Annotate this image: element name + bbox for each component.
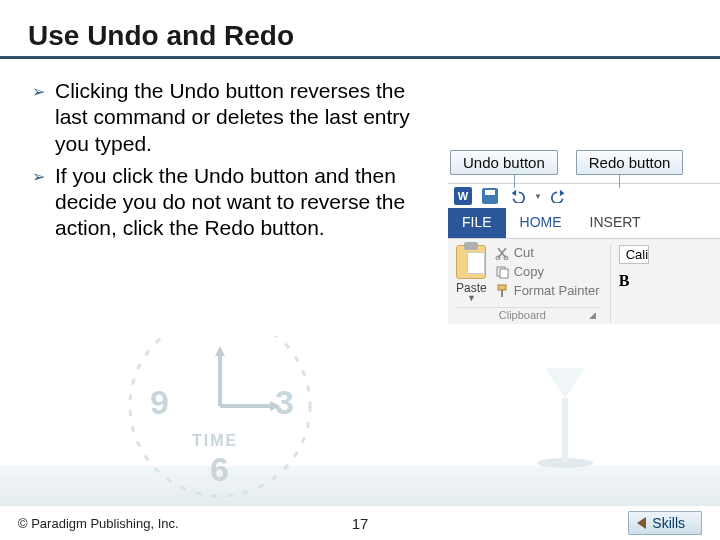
cut-label: Cut xyxy=(514,245,534,260)
lamp-icon xyxy=(530,348,600,468)
svg-marker-10 xyxy=(215,346,225,356)
redo-callout: Redo button xyxy=(576,150,684,175)
group-label-text: Clipboard xyxy=(456,309,589,321)
dialog-launcher-icon[interactable]: ◢ xyxy=(589,310,600,320)
word-app-icon[interactable]: W xyxy=(454,187,472,205)
title-bar: Use Undo and Redo xyxy=(0,12,720,60)
undo-callout: Undo button xyxy=(450,150,558,175)
ribbon-screenshot: Undo button Redo button W ▼ FILE HOME IN… xyxy=(448,150,720,324)
ribbon-tabs: FILE HOME INSERT xyxy=(448,208,720,238)
copy-icon xyxy=(495,265,509,279)
slide-title: Use Undo and Redo xyxy=(0,20,294,52)
background-decoration: 9 3 6 TIME xyxy=(0,336,720,506)
list-item: ➢ If you click the Undo button and then … xyxy=(32,163,442,242)
title-underline xyxy=(0,56,720,59)
save-icon[interactable] xyxy=(482,188,498,204)
skills-button[interactable]: Skills xyxy=(628,511,702,535)
bullet-arrow-icon: ➢ xyxy=(32,167,45,242)
ribbon-body: Paste ▼ Cut Copy xyxy=(448,238,720,324)
bullet-arrow-icon: ➢ xyxy=(32,82,45,157)
format-painter-button[interactable]: Format Painter xyxy=(495,283,600,298)
chevron-down-icon[interactable]: ▼ xyxy=(467,293,476,303)
svg-rect-5 xyxy=(501,290,503,297)
redo-icon[interactable] xyxy=(550,189,568,203)
svg-point-6 xyxy=(130,336,310,496)
undo-icon[interactable] xyxy=(508,189,526,203)
undo-dropdown-icon[interactable]: ▼ xyxy=(534,192,542,201)
svg-rect-4 xyxy=(498,285,506,290)
paste-button[interactable]: Paste ▼ xyxy=(456,245,487,303)
copy-button[interactable]: Copy xyxy=(495,264,600,279)
clock-nine: 9 xyxy=(150,383,169,421)
bullet-text: If you click the Undo button and then de… xyxy=(55,163,442,242)
cut-button[interactable]: Cut xyxy=(495,245,600,260)
bullet-text: Clicking the Undo button reverses the la… xyxy=(55,78,442,157)
page-number: 17 xyxy=(352,515,369,532)
svg-point-11 xyxy=(537,458,593,468)
clipboard-group-label: Clipboard ◢ xyxy=(456,307,600,322)
quick-access-toolbar: W ▼ xyxy=(448,183,720,208)
clock-three: 3 xyxy=(275,383,294,421)
svg-marker-9 xyxy=(270,401,280,411)
skills-label: Skills xyxy=(652,515,685,531)
cut-icon xyxy=(495,246,509,260)
font-name-combo[interactable]: Cali xyxy=(619,245,649,264)
copy-label: Copy xyxy=(514,264,544,279)
tab-insert[interactable]: INSERT xyxy=(576,208,655,238)
svg-rect-12 xyxy=(562,398,568,463)
svg-rect-3 xyxy=(500,269,508,278)
list-item: ➢ Clicking the Undo button reverses the … xyxy=(32,78,442,157)
format-painter-icon xyxy=(495,284,509,298)
tab-home[interactable]: HOME xyxy=(506,208,576,238)
clock-six: 6 xyxy=(210,450,229,488)
paste-icon xyxy=(456,245,486,279)
bold-button[interactable]: B xyxy=(619,272,649,290)
format-painter-label: Format Painter xyxy=(514,283,600,298)
font-group: Cali B xyxy=(610,245,649,322)
bullet-list: ➢ Clicking the Undo button reverses the … xyxy=(32,78,442,248)
callout-label: Undo button xyxy=(463,154,545,171)
back-arrow-icon xyxy=(637,517,646,529)
footer: © Paradigm Publishing, Inc. 17 Skills xyxy=(0,506,720,540)
copyright-text: © Paradigm Publishing, Inc. xyxy=(18,516,179,531)
callout-label: Redo button xyxy=(589,154,671,171)
tab-file[interactable]: FILE xyxy=(448,208,506,238)
clock-time-label: TIME xyxy=(192,432,238,449)
